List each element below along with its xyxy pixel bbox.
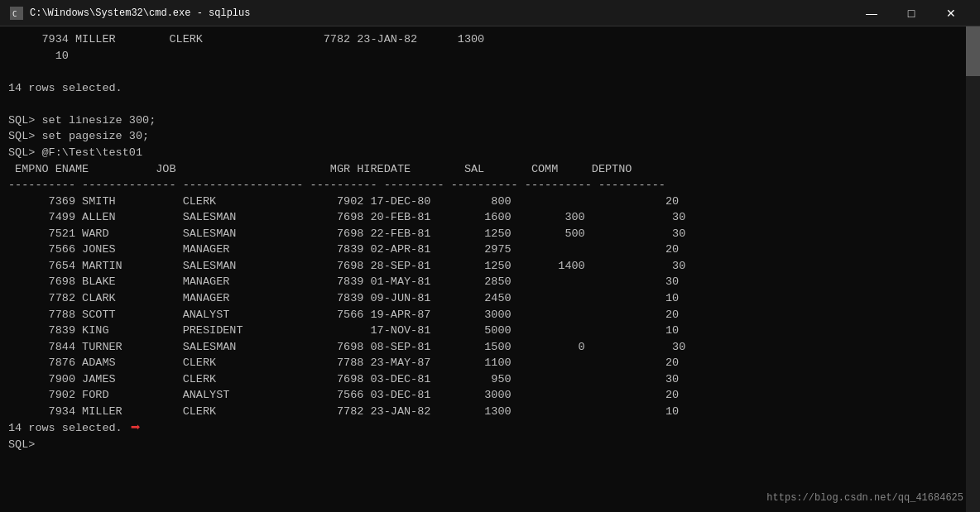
table-row: 7521 WARD SALESMAN 7698 22-FEB-81 1250 5… (8, 226, 958, 242)
terminal-content: 7934 MILLER CLERK 7782 23-JAN-82 1300 10… (8, 31, 958, 507)
terminal-window: 7934 MILLER CLERK 7782 23-JAN-82 1300 10… (0, 26, 980, 512)
table-row: 7902 FORD ANALYST 7566 03-DEC-81 3000 20 (8, 387, 958, 404)
table-row: 7566 JONES MANAGER 7839 02-APR-81 2975 2… (8, 242, 958, 258)
table-row: 7900 JAMES CLERK 7698 03-DEC-81 950 30 (8, 371, 958, 388)
terminal-pre-top: 7934 MILLER CLERK 7782 23-JAN-82 1300 10… (8, 31, 958, 161)
table-divider: ---------- -------------- --------------… (8, 177, 958, 194)
table-row: 7369 SMITH CLERK 7902 17-DEC-80 800 20 (8, 194, 958, 210)
titlebar: C C:\Windows\System32\cmd.exe - sqlplus … (0, 0, 980, 26)
window-controls: — □ ✕ (853, 0, 970, 26)
rows-selected-text: 14 rows selected. (8, 420, 122, 437)
table-row: 7839 KING PRESIDENT 17-NOV-81 5000 10 (8, 323, 958, 339)
app-icon: C (10, 7, 23, 20)
table-row: 7499 ALLEN SALESMAN 7698 20-FEB-81 1600 … (8, 209, 958, 226)
table-row: 7782 CLARK MANAGER 7839 09-JUN-81 2450 1… (8, 290, 958, 307)
table-rows: 7369 SMITH CLERK 7902 17-DEC-80 800 20 7… (8, 194, 958, 420)
minimize-button[interactable]: — (853, 0, 891, 26)
scrollbar-thumb[interactable] (966, 26, 980, 76)
table-row: 7876 ADAMS CLERK 7788 23-MAY-87 1100 20 (8, 355, 958, 371)
table-row: 7698 BLAKE MANAGER 7839 01-MAY-81 2850 3… (8, 274, 958, 290)
table-row: 7844 TURNER SALESMAN 7698 08-SEP-81 1500… (8, 339, 958, 356)
rows-selected-row: 14 rows selected. ➡ (8, 420, 958, 437)
maximize-button[interactable]: □ (892, 0, 930, 26)
table-row: 7934 MILLER CLERK 7782 23-JAN-82 1300 10 (8, 404, 958, 420)
table-row: 7654 MARTIN SALESMAN 7698 28-SEP-81 1250… (8, 258, 958, 275)
table-header: EMPNO ENAME JOB MGR HIREDATE SAL COMM DE… (8, 161, 958, 178)
window-title: C:\Windows\System32\cmd.exe - sqlplus (30, 7, 853, 19)
scrollbar[interactable] (966, 26, 980, 512)
table-row: 7788 SCOTT ANALYST 7566 19-APR-87 3000 2… (8, 307, 958, 323)
close-button[interactable]: ✕ (932, 0, 970, 26)
svg-text:C: C (12, 10, 17, 18)
watermark: https://blog.csdn.net/qq_41684625 (766, 491, 963, 505)
sql-prompt[interactable]: SQL> (8, 437, 958, 453)
red-arrow-icon: ➡ (131, 420, 141, 437)
